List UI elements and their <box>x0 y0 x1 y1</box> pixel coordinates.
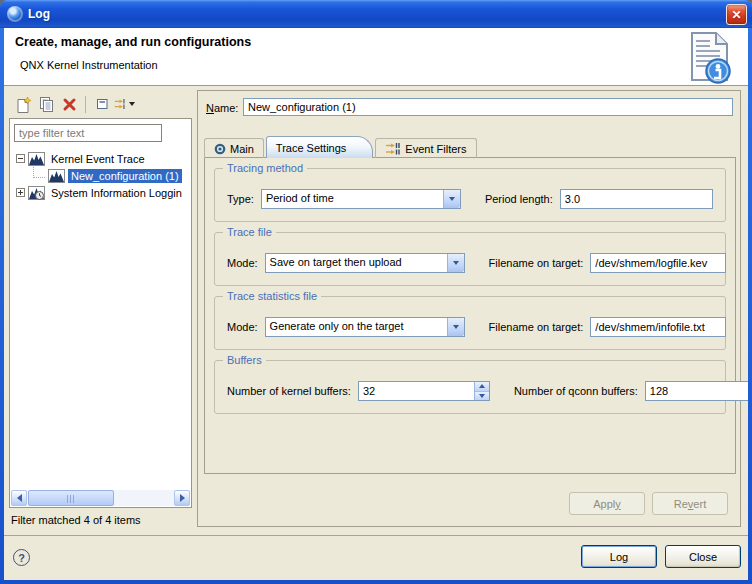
collapse-all-button[interactable] <box>90 93 113 115</box>
configuration-detail-panel: Name: Main Trace Settings <box>197 90 741 527</box>
group-title: Trace file <box>223 226 276 238</box>
tab-event-filters[interactable]: Event Filters <box>375 138 476 158</box>
trace-settings-tab-content: Tracing method Type: Period of time Peri… <box>204 157 736 474</box>
close-icon: ✕ <box>731 9 741 21</box>
tracing-type-combo[interactable]: Period of time <box>261 189 461 209</box>
spinner-down-icon <box>479 394 485 398</box>
combo-dropdown-button[interactable] <box>447 254 464 272</box>
trace-file-mode-combo[interactable]: Save on target then upload <box>265 253 465 273</box>
scroll-left-button[interactable] <box>11 490 27 506</box>
group-title: Trace statistics file <box>223 290 321 302</box>
scrollbar-track[interactable] <box>27 490 174 506</box>
filename-on-target-label: Filename on target: <box>489 321 584 333</box>
trace-filename-input[interactable] <box>590 253 726 273</box>
tab-trace-settings[interactable]: Trace Settings <box>266 136 374 158</box>
period-length-input[interactable] <box>560 189 713 209</box>
tree-item-label: New_configuration (1) <box>68 169 182 183</box>
revert-button-label-rest: ert <box>693 498 706 510</box>
revert-button-label: Re <box>674 498 688 510</box>
kernel-buffers-input[interactable] <box>359 382 474 400</box>
qconn-buffers-input[interactable] <box>646 382 748 400</box>
kernel-trace-icon <box>28 152 45 166</box>
log-button[interactable]: Log <box>581 545 657 568</box>
help-button[interactable]: ? <box>13 549 30 566</box>
name-input[interactable] <box>243 98 733 116</box>
period-length-label: Period length: <box>485 193 553 205</box>
filter-launch-configurations-button[interactable] <box>113 93 136 115</box>
filename-on-target-label: Filename on target: <box>489 257 584 269</box>
help-icon: ? <box>18 552 25 564</box>
new-configuration-button[interactable] <box>12 93 35 115</box>
titlebar[interactable]: Log ✕ <box>0 0 752 28</box>
combo-dropdown-button[interactable] <box>447 318 464 336</box>
group-buffers: Buffers Number of kernel buffers: Number… <box>214 360 726 414</box>
dropdown-caret-icon <box>129 102 135 106</box>
stats-filename-input[interactable] <box>590 317 726 337</box>
tree-item-label: System Information Loggin <box>48 186 185 200</box>
trace-statistics-row: Mode: Generate only on the target Filena… <box>215 297 725 349</box>
chevron-down-icon <box>453 261 459 265</box>
duplicate-configuration-button[interactable] <box>35 93 58 115</box>
dialog-body: Create, manage, and run configurations Q… <box>4 28 748 580</box>
spinner-down-button[interactable] <box>475 391 489 401</box>
mode-label: Mode: <box>227 321 258 333</box>
filter-input[interactable] <box>14 124 162 142</box>
configurations-tree: Kernel Event Trace New_configuration (1) <box>10 150 191 201</box>
system-info-icon <box>28 186 45 200</box>
horizontal-scrollbar[interactable] <box>11 490 190 506</box>
scroll-right-button[interactable] <box>174 490 190 506</box>
collapse-expander-icon[interactable] <box>16 154 25 163</box>
group-title: Tracing method <box>223 162 307 174</box>
kernel-trace-icon <box>48 169 65 183</box>
filter-match-status: Filter matched 4 of 4 items <box>11 514 141 526</box>
revert-button[interactable]: Revert <box>652 492 728 515</box>
tracing-method-row: Type: Period of time Period length: <box>215 169 725 221</box>
apply-revert-buttons: Apply Revert <box>569 492 728 515</box>
event-filters-icon <box>385 142 401 155</box>
tree-item-kernel-event-trace[interactable]: Kernel Event Trace <box>10 150 191 167</box>
configurations-tree-panel: Kernel Event Trace New_configuration (1) <box>9 118 192 508</box>
scroll-right-icon <box>180 494 185 502</box>
combo-dropdown-button[interactable] <box>443 190 460 208</box>
qconn-buffers-spinner[interactable] <box>645 381 748 401</box>
filter-launch-configurations-icon <box>114 96 127 112</box>
tab-label: Trace Settings <box>276 142 347 154</box>
mode-label: Mode: <box>227 257 258 269</box>
apply-button[interactable]: Apply <box>569 492 645 515</box>
delete-configuration-button[interactable] <box>58 93 81 115</box>
duplicate-configuration-icon <box>38 96 55 113</box>
tree-item-new-configuration[interactable]: New_configuration (1) <box>10 167 191 184</box>
chevron-down-icon <box>453 325 459 329</box>
spinner-up-icon <box>479 384 485 388</box>
app-icon <box>7 6 23 22</box>
scrollbar-thumb[interactable] <box>28 490 114 506</box>
dialog-buttons: Log Close <box>581 545 741 568</box>
tab-bar: Main Trace Settings Event Filters <box>204 136 479 158</box>
spinner-up-button[interactable] <box>475 382 489 391</box>
name-label-mnemonic: N <box>206 102 214 114</box>
close-dialog-button[interactable]: Close <box>665 545 741 568</box>
page-subtitle: QNX Kernel Instrumentation <box>20 59 158 71</box>
tab-main[interactable]: Main <box>204 138 264 158</box>
chevron-down-icon <box>449 197 455 201</box>
collapse-all-icon <box>94 96 110 112</box>
combo-value: Period of time <box>262 190 443 208</box>
tree-item-system-information-logging[interactable]: System Information Loggin <box>10 184 191 201</box>
group-tracing-method: Tracing method Type: Period of time Peri… <box>214 168 726 222</box>
expand-expander-icon[interactable] <box>16 188 25 197</box>
group-title: Buffers <box>223 354 266 366</box>
apply-button-mnemonic: y <box>615 498 621 510</box>
kernel-buffers-spinner[interactable] <box>358 381 490 401</box>
qconn-buffers-label: Number of qconn buffers: <box>514 385 638 397</box>
page-title: Create, manage, and run configurations <box>15 35 251 49</box>
group-trace-statistics-file: Trace statistics file Mode: Generate onl… <box>214 296 726 350</box>
stats-file-mode-combo[interactable]: Generate only on the target <box>265 317 465 337</box>
spinner-buttons <box>474 382 489 400</box>
scroll-left-icon <box>17 494 22 502</box>
name-label-rest: ame: <box>214 102 238 114</box>
window-close-button[interactable]: ✕ <box>726 4 747 25</box>
configurations-toolbar <box>12 92 136 116</box>
kernel-buffers-label: Number of kernel buffers: <box>227 385 351 397</box>
tab-label: Event Filters <box>405 143 466 155</box>
combo-value: Save on target then upload <box>266 254 447 272</box>
